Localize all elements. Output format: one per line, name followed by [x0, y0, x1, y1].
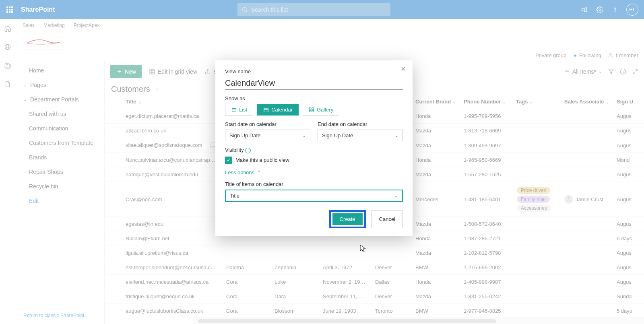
start-date-label: Start date on calendar: [225, 121, 310, 127]
public-checkbox[interactable]: ✓: [225, 157, 232, 164]
list-icon: [231, 107, 237, 113]
create-view-modal: View name Show as List Calendar Gallery …: [215, 60, 413, 236]
calendar-icon: [263, 107, 269, 113]
view-name-input[interactable]: [225, 77, 403, 90]
create-button[interactable]: Create: [332, 213, 363, 225]
svg-rect-13: [264, 108, 268, 111]
title-items-select[interactable]: Title⌄: [225, 190, 403, 202]
show-as-label: Show as: [225, 95, 403, 101]
chevron-up-icon: ⌃: [257, 169, 261, 175]
chevron-down-icon: ⌄: [302, 133, 306, 138]
title-items-label: Title of items on calendar: [225, 181, 403, 187]
svg-rect-17: [312, 110, 314, 112]
public-label: Make this a public view: [235, 157, 289, 163]
show-as-gallery[interactable]: Gallery: [303, 104, 339, 116]
svg-rect-15: [312, 107, 314, 109]
end-date-select[interactable]: Sign Up Date⌄: [318, 130, 403, 141]
view-name-label: View name: [225, 68, 403, 74]
chevron-down-icon: ⌄: [394, 193, 398, 198]
close-button[interactable]: [400, 66, 406, 72]
end-date-label: End date on calendar: [318, 121, 403, 127]
gallery-icon: [309, 107, 314, 113]
svg-rect-16: [310, 110, 311, 112]
info-icon[interactable]: i: [245, 148, 251, 153]
cancel-button[interactable]: Cancel: [372, 210, 403, 228]
start-date-select[interactable]: Sign Up Date⌄: [225, 130, 310, 141]
svg-rect-14: [310, 107, 311, 109]
create-button-highlight: Create: [329, 210, 366, 228]
chevron-down-icon: ⌄: [395, 133, 398, 138]
close-icon: [400, 66, 406, 72]
show-as-calendar[interactable]: Calendar: [257, 104, 299, 116]
visibility-label: Visibility i: [225, 147, 403, 153]
show-as-list[interactable]: List: [225, 104, 253, 116]
less-options-toggle[interactable]: Less options⌃: [225, 169, 403, 175]
